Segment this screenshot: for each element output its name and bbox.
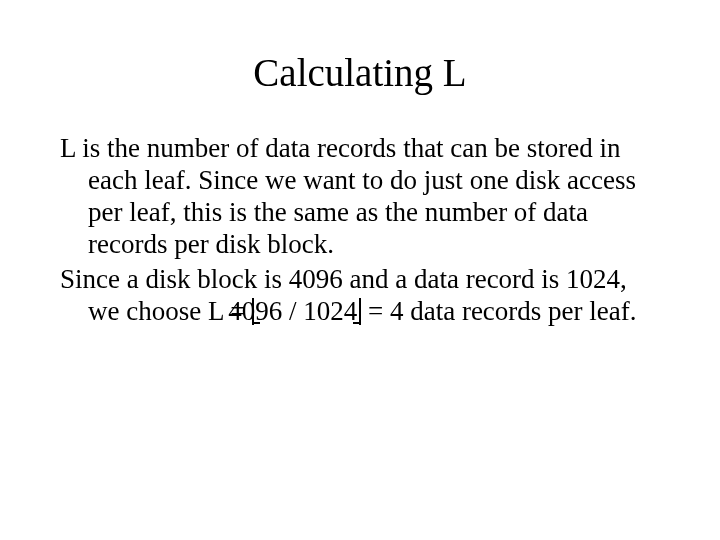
para2-post: = 4 data records per leaf. [361, 296, 636, 326]
slide-title: Calculating L [60, 50, 660, 95]
floor-icon: 4096 / 1024 [252, 298, 361, 325]
floor-expression: 4096 / 1024 [228, 296, 357, 326]
paragraph-1: L is the number of data records that can… [60, 133, 660, 260]
slide: Calculating L L is the number of data re… [0, 0, 720, 540]
paragraph-2: Since a disk block is 4096 and a data re… [60, 264, 660, 328]
slide-body: L is the number of data records that can… [60, 133, 660, 328]
